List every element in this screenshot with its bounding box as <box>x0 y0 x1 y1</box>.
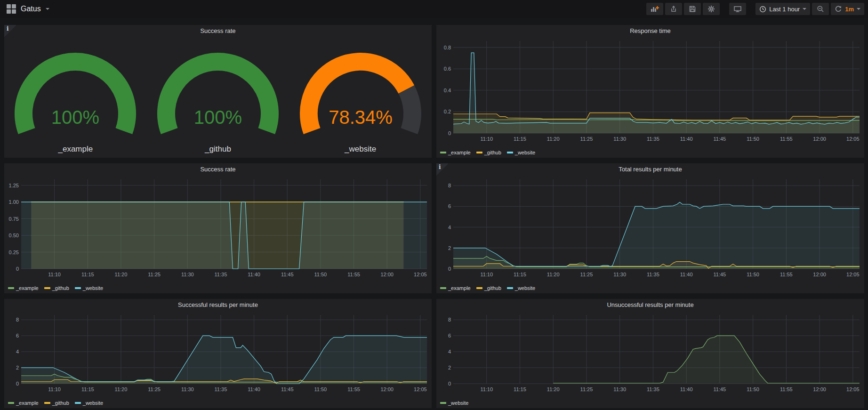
svg-text:12:05: 12:05 <box>414 386 427 392</box>
chevron-down-icon <box>803 8 806 10</box>
series-swatch-icon <box>507 287 513 289</box>
svg-text:11:55: 11:55 <box>780 272 793 277</box>
share-button[interactable] <box>665 3 682 15</box>
legend-item-_example[interactable]: _example <box>8 400 39 406</box>
svg-text:0.8: 0.8 <box>444 45 451 50</box>
dashboards-grid-icon[interactable] <box>7 4 16 14</box>
zoom-out-button[interactable] <box>812 3 829 15</box>
legend-item-_github[interactable]: _github <box>476 150 501 155</box>
panel-title[interactable]: Total results per minute <box>436 163 864 176</box>
legend-item-_example[interactable]: _example <box>440 285 471 291</box>
legend-item-_website[interactable]: _website <box>440 400 468 406</box>
svg-text:0.75: 0.75 <box>9 216 19 222</box>
svg-text:4: 4 <box>16 349 19 354</box>
panel-successful-results: Successful results per minute 0246811:10… <box>4 299 432 408</box>
svg-text:2: 2 <box>448 245 451 251</box>
gauge-_website: 78.34%_website <box>292 43 429 154</box>
settings-icon <box>707 5 715 13</box>
zoom-out-icon <box>817 5 824 13</box>
svg-text:11:10: 11:10 <box>480 136 493 142</box>
svg-text:11:20: 11:20 <box>547 136 560 142</box>
info-corner-icon[interactable]: i <box>436 163 449 176</box>
panel-success-rate-series: Success rate 00.250.500.751.001.2511:101… <box>4 163 432 293</box>
legend-item-_github[interactable]: _github <box>44 285 69 291</box>
refresh-icon <box>835 5 842 13</box>
legend-item-_website[interactable]: _website <box>75 400 103 406</box>
series-swatch-icon <box>8 287 14 289</box>
svg-text:11:45: 11:45 <box>714 136 726 142</box>
svg-text:11:30: 11:30 <box>613 136 626 142</box>
gauge-_example: 100%_example <box>7 43 144 154</box>
clock-icon <box>759 6 766 13</box>
share-icon <box>670 5 677 13</box>
svg-text:11:25: 11:25 <box>148 386 161 392</box>
svg-text:2: 2 <box>16 365 19 370</box>
gauge-row: 100%_example100%_github78.34%_website <box>4 43 432 154</box>
add-panel-icon <box>651 5 659 13</box>
chart-legend: _example_github_website <box>440 150 535 155</box>
navbar: Gatus <box>0 0 868 18</box>
panel-title[interactable]: Unsuccessful results per minute <box>436 299 864 311</box>
svg-text:100%: 100% <box>194 107 242 128</box>
svg-text:11:55: 11:55 <box>780 136 793 142</box>
svg-text:12:00: 12:00 <box>813 386 826 392</box>
svg-text:11:40: 11:40 <box>680 272 693 277</box>
series-swatch-icon <box>8 402 14 404</box>
svg-text:11:25: 11:25 <box>580 386 593 392</box>
series-swatch-icon <box>440 152 446 153</box>
tv-mode-button[interactable] <box>729 3 746 15</box>
svg-text:12:05: 12:05 <box>846 386 860 392</box>
svg-text:11:50: 11:50 <box>314 386 327 392</box>
svg-text:11:25: 11:25 <box>580 272 593 277</box>
gauge-arc: 100% <box>7 43 144 143</box>
svg-text:4: 4 <box>448 225 451 230</box>
legend-item-_github[interactable]: _github <box>476 285 501 291</box>
chart-legend: _website <box>440 400 468 406</box>
svg-text:11:45: 11:45 <box>281 386 294 392</box>
svg-text:11:15: 11:15 <box>514 272 526 277</box>
svg-text:11:35: 11:35 <box>215 272 227 277</box>
chart-total-results[interactable]: 0246811:1011:1511:2011:2511:3011:3511:40… <box>436 176 864 293</box>
svg-text:11:40: 11:40 <box>680 386 693 392</box>
navbar-toolbar: Last 1 hour 1m <box>646 3 864 15</box>
svg-text:11:35: 11:35 <box>647 136 659 142</box>
svg-text:11:50: 11:50 <box>747 136 759 142</box>
chart-unsuccessful-results[interactable]: 0246811:1011:1511:2011:2511:3011:3511:40… <box>436 311 864 408</box>
series-swatch-icon <box>44 287 50 289</box>
legend-item-_example[interactable]: _example <box>8 285 39 291</box>
settings-button[interactable] <box>703 3 720 15</box>
panel-title[interactable]: Successful results per minute <box>4 299 432 311</box>
save-button[interactable] <box>684 3 701 15</box>
svg-text:0.2: 0.2 <box>444 109 451 114</box>
panel-title[interactable]: Success rate <box>4 25 432 37</box>
chart-response-time[interactable]: 00.20.40.60.811:1011:1511:2011:2511:3011… <box>436 37 864 158</box>
svg-text:11:55: 11:55 <box>347 272 360 277</box>
dashboard-title[interactable]: Gatus <box>21 5 41 13</box>
chart-successful-results[interactable]: 0246811:1011:1511:2011:2511:3011:3511:40… <box>4 311 432 408</box>
series-swatch-icon <box>507 152 513 153</box>
chart-success-rate[interactable]: 00.250.500.751.001.2511:1011:1511:2011:2… <box>4 176 432 293</box>
panel-title[interactable]: Success rate <box>4 163 432 176</box>
refresh-interval-label: 1m <box>845 6 854 13</box>
info-corner-icon[interactable]: i <box>4 25 16 37</box>
svg-text:100%: 100% <box>51 107 99 128</box>
svg-text:11:35: 11:35 <box>647 386 659 392</box>
legend-item-_github[interactable]: _github <box>44 400 69 406</box>
series-swatch-icon <box>75 287 81 289</box>
panel-title[interactable]: Response time <box>436 25 864 37</box>
series-swatch-icon <box>476 152 482 153</box>
add-panel-button[interactable] <box>646 3 663 15</box>
time-range-button[interactable]: Last 1 hour <box>755 3 810 15</box>
svg-text:0.50: 0.50 <box>9 233 19 238</box>
legend-item-_website[interactable]: _website <box>75 285 103 291</box>
chevron-down-icon[interactable] <box>46 8 49 10</box>
refresh-button[interactable]: 1m <box>831 3 864 15</box>
legend-item-_example[interactable]: _example <box>440 150 471 155</box>
svg-text:12:05: 12:05 <box>846 136 860 142</box>
legend-item-_website[interactable]: _website <box>507 150 535 155</box>
legend-item-_website[interactable]: _website <box>507 285 535 291</box>
svg-text:11:55: 11:55 <box>347 386 360 392</box>
svg-text:11:40: 11:40 <box>680 136 693 142</box>
svg-text:2: 2 <box>448 365 451 370</box>
svg-text:11:10: 11:10 <box>480 272 493 277</box>
